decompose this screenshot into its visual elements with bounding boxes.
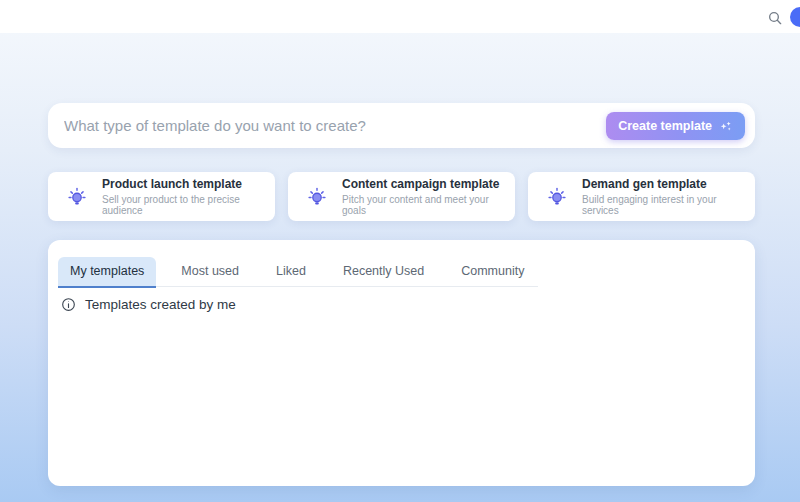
avatar[interactable] [790, 7, 800, 27]
tabs-bar: My templates Most used Liked Recently Us… [58, 257, 536, 288]
app-screen: Create template [0, 0, 800, 502]
lightbulb-icon [66, 186, 88, 208]
tab-liked[interactable]: Liked [264, 257, 318, 288]
card-text: Content campaign template Pitch your con… [342, 177, 503, 216]
card-title: Content campaign template [342, 177, 503, 191]
tab-my-templates[interactable]: My templates [58, 257, 156, 288]
tab-recently-used[interactable]: Recently Used [331, 257, 436, 288]
create-template-button[interactable]: Create template [606, 112, 745, 140]
card-subtitle: Pitch your content and meet your goals [342, 194, 503, 216]
template-prompt-bar: Create template [48, 103, 755, 148]
sparkles-icon [719, 119, 733, 133]
lightbulb-icon [546, 186, 568, 208]
card-text: Demand gen template Build engaging inter… [582, 177, 743, 216]
info-icon [61, 297, 76, 312]
top-bar [0, 0, 800, 33]
card-subtitle: Sell your product to the precise audienc… [102, 194, 263, 216]
lightbulb-icon [306, 186, 328, 208]
empty-state: Templates created by me [61, 297, 236, 312]
search-icon[interactable] [766, 9, 784, 27]
create-template-label: Create template [618, 119, 712, 133]
suggestion-card-product-launch[interactable]: Product launch template Sell your produc… [48, 172, 275, 221]
empty-state-text: Templates created by me [85, 297, 236, 312]
suggestion-card-demand-gen[interactable]: Demand gen template Build engaging inter… [528, 172, 755, 221]
templates-panel: My templates Most used Liked Recently Us… [48, 240, 755, 486]
suggestion-cards: Product launch template Sell your produc… [48, 172, 755, 221]
card-subtitle: Build engaging interest in your services [582, 194, 743, 216]
template-prompt-input[interactable] [64, 117, 606, 134]
tab-most-used[interactable]: Most used [169, 257, 251, 288]
card-title: Demand gen template [582, 177, 743, 191]
suggestion-card-content-campaign[interactable]: Content campaign template Pitch your con… [288, 172, 515, 221]
tab-community[interactable]: Community [449, 257, 536, 288]
card-text: Product launch template Sell your produc… [102, 177, 263, 216]
card-title: Product launch template [102, 177, 263, 191]
